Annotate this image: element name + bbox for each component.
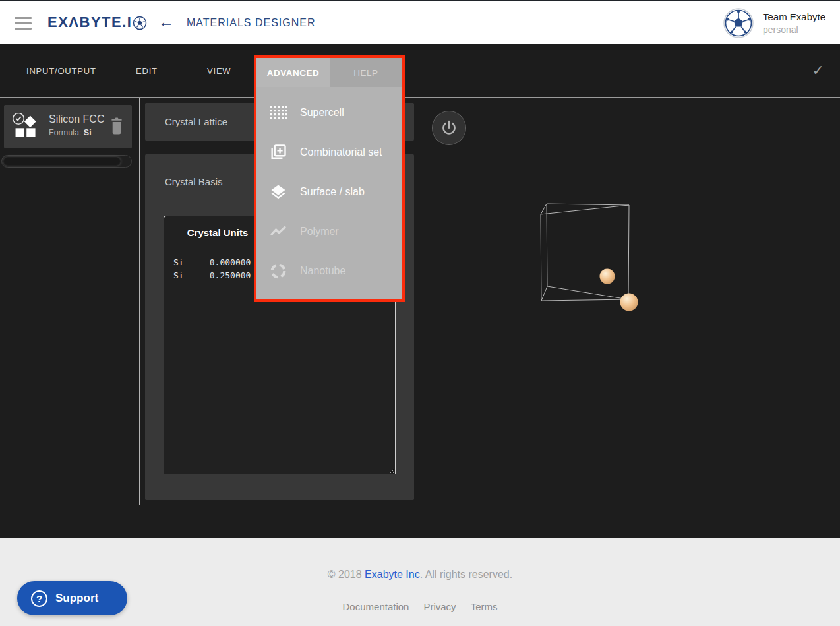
help-question-icon: ? [31,590,47,607]
sidebar-divider [139,98,140,505]
link-documentation[interactable]: Documentation [343,601,409,612]
nanotube-circle-icon [268,261,288,281]
layers-icon [268,182,288,202]
bottom-strip [0,506,840,538]
atom-si-2 [620,294,638,311]
material-formula: Formula: Si [49,128,92,137]
menu-item-supercell[interactable]: Supercell [256,97,402,129]
link-terms[interactable]: Terms [471,601,498,612]
logo-text: EXΛBYTE.I [47,14,132,31]
support-button[interactable]: ? Support [17,581,127,615]
editor-viewer-divider [419,98,419,505]
account-menu[interactable]: Team Exabyte personal [723,7,825,39]
copyright-suffix: . All rights reserved. [420,569,513,580]
viewer-power-button[interactable] [432,111,466,145]
scrollbar-thumb[interactable] [3,157,121,166]
content-area: Silicon FCC Formula: Si Crystal Lattice … [0,97,840,505]
material-list-item-silicon-fcc[interactable]: Silicon FCC Formula: Si [4,105,132,148]
crystal-basis-title: Crystal Basis [165,176,223,187]
menu-item-nanotube: Nanotube [256,255,402,287]
unit-cell-wireframe [541,204,629,301]
app-header: EXΛBYTE.I ← MATERIALS DESIGNER Team Exab… [0,1,840,44]
formula-label: Formula: [49,128,81,137]
page-title: MATERIALS DESIGNER [187,17,316,29]
team-avatar-icon [723,8,754,38]
menu-item-label: Combinatorial set [300,146,382,158]
menu-help[interactable]: HELP [330,58,402,87]
material-name: Silicon FCC [49,113,104,125]
supercell-grid-icon [268,103,288,123]
menu-edit[interactable]: EDIT [136,44,158,97]
material-widgets-check-icon[interactable] [12,113,38,139]
atom-si-1 [600,269,615,284]
menu-item-polymer: Polymer [256,216,402,247]
support-label: Support [55,592,98,605]
crystal-3d-viewport[interactable] [534,199,646,312]
company-link[interactable]: Exabyte Inc [365,569,420,580]
menu-view[interactable]: VIEW [207,44,231,97]
menu-item-combinatorial-set[interactable]: Combinatorial set [256,137,402,168]
formula-value: Si [84,128,92,137]
crystal-lattice-title: Crystal Lattice [165,116,227,127]
logo-ball-icon [133,16,147,30]
delete-material-icon[interactable] [108,116,125,136]
back-arrow-icon[interactable]: ← [158,13,174,31]
menu-item-label: Polymer [300,226,339,237]
materials-designer-app: EXΛBYTE.I ← MATERIALS DESIGNER Team Exab… [0,0,840,626]
library-add-icon [268,142,288,162]
advanced-dropdown-panel: Supercell Combinatorial set [256,87,402,299]
menu-item-label: Surface / slab [300,186,365,198]
link-privacy[interactable]: Privacy [423,601,456,612]
menu-item-label: Supercell [300,107,344,119]
menu-advanced[interactable]: ADVANCED [256,58,330,87]
user-name: Team Exabyte [763,11,825,24]
power-icon [440,119,458,137]
accept-check-icon[interactable]: ✓ [812,44,824,97]
designer-menubar: INPUT/OUTPUT EDIT VIEW ✓ [0,44,840,97]
hamburger-menu-icon[interactable] [15,17,32,30]
copyright-prefix: © 2018 [328,569,365,580]
menu-item-label: Nanotube [300,265,345,277]
account-labels: Team Exabyte personal [763,11,825,36]
page-footer: © 2018 Exabyte Inc. All rights reserved.… [0,538,840,626]
polymer-zigzag-icon [268,222,288,241]
exabyte-logo[interactable]: EXΛBYTE.I [47,14,147,31]
advanced-menu-highlight-box: ADVANCED HELP Supercell [254,55,405,302]
menu-item-surface-slab[interactable]: Surface / slab [256,176,402,208]
sidebar-horizontal-scrollbar[interactable] [1,155,132,168]
menu-input-output[interactable]: INPUT/OUTPUT [26,44,96,97]
user-context: personal [763,24,825,36]
copyright-line: © 2018 Exabyte Inc. All rights reserved. [0,569,840,580]
